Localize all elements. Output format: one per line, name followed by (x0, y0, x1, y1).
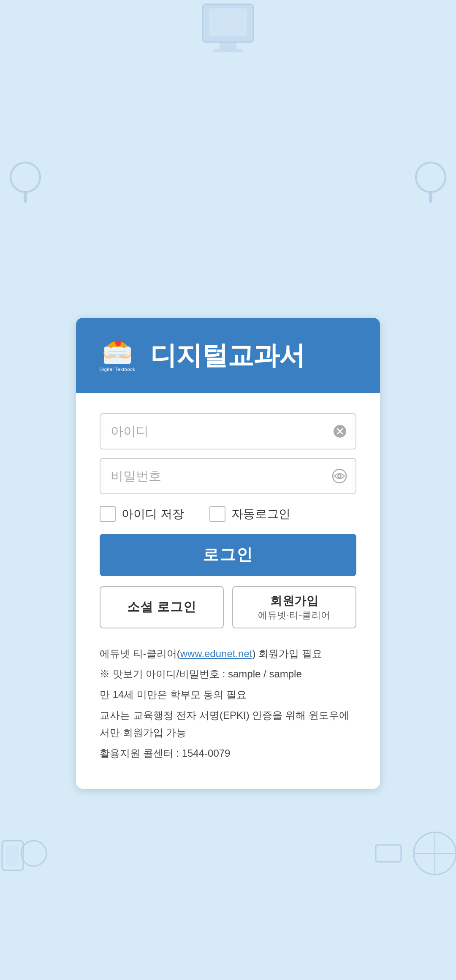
svg-point-11 (414, 832, 456, 874)
svg-point-4 (11, 162, 40, 192)
svg-rect-15 (104, 347, 131, 364)
social-login-button[interactable]: 소셜 로그인 (100, 586, 224, 628)
svg-rect-3 (213, 49, 243, 52)
logo-wrapper: Digital Textbook (96, 336, 138, 374)
svg-point-16 (115, 340, 121, 346)
login-card: Digital Textbook 디지털교과서 (76, 318, 380, 789)
info-line5: 활용지원 콜센터 : 1544-0079 (100, 745, 356, 762)
save-id-label: 아이디 저장 (122, 506, 184, 522)
svg-rect-14 (376, 845, 401, 862)
svg-rect-7 (429, 192, 432, 203)
save-id-box (100, 506, 116, 522)
svg-rect-5 (24, 192, 27, 203)
card-header: Digital Textbook 디지털교과서 (76, 318, 380, 393)
checkbox-row: 아이디 저장 자동로그인 (100, 506, 356, 522)
info-line2: ※ 맛보기 아이디/비밀번호 : sample / sample (100, 666, 356, 683)
svg-rect-1 (209, 8, 247, 36)
auto-login-label: 자동로그인 (231, 506, 290, 522)
svg-rect-17 (108, 351, 127, 352)
eye-icon (332, 468, 347, 484)
svg-rect-2 (220, 43, 236, 49)
toggle-pw-button[interactable] (330, 467, 349, 485)
pw-input-group (100, 458, 356, 494)
svg-point-10 (21, 841, 46, 866)
info-line4: 교사는 교육행정 전자 서명(EPKI) 인증을 위해 윈도우에서만 회원가입 … (100, 707, 356, 742)
pw-input[interactable] (100, 458, 356, 494)
save-id-checkbox[interactable]: 아이디 저장 (100, 506, 184, 522)
id-input-group (100, 413, 356, 449)
svg-point-25 (339, 475, 341, 477)
edunet-link[interactable]: www.edunet.net (180, 648, 252, 659)
info-line1-prefix: 에듀넷 티-클리어( (100, 648, 180, 659)
register-label-line2: 에듀넷·티-클리어 (258, 609, 331, 622)
id-input[interactable] (100, 413, 356, 449)
clear-id-button[interactable] (331, 422, 349, 440)
info-line3: 만 14세 미만은 학부모 동의 필요 (100, 686, 356, 704)
svg-rect-8 (2, 841, 23, 870)
logo-icon (102, 339, 133, 365)
svg-rect-9 (6, 845, 19, 866)
page-title: 디지털교과서 (150, 338, 305, 373)
info-line1-suffix: ) 회원가입 필요 (252, 648, 322, 659)
login-button[interactable]: 로그인 (100, 534, 356, 576)
register-label-line1: 회원가입 (270, 593, 318, 609)
auto-login-checkbox[interactable]: 자동로그인 (209, 506, 290, 522)
svg-point-6 (416, 162, 445, 192)
register-button[interactable]: 회원가입 에듀넷·티-클리어 (232, 586, 356, 628)
info-section: 에듀넷 티-클리어(www.edunet.net) 회원가입 필요 ※ 맛보기 … (100, 645, 356, 762)
card-body: 아이디 저장 자동로그인 로그인 소셜 로그인 회원가입 에듀넷·티-클리어 (76, 393, 380, 789)
svg-rect-19 (108, 357, 121, 358)
clear-icon (333, 424, 347, 439)
svg-rect-0 (203, 4, 253, 42)
logo-label: Digital Textbook (99, 367, 135, 372)
svg-rect-18 (108, 354, 127, 355)
auto-login-box (209, 506, 225, 522)
info-line1: 에듀넷 티-클리어(www.edunet.net) 회원가입 필요 (100, 645, 356, 663)
secondary-buttons-row: 소셜 로그인 회원가입 에듀넷·티-클리어 (100, 586, 356, 628)
